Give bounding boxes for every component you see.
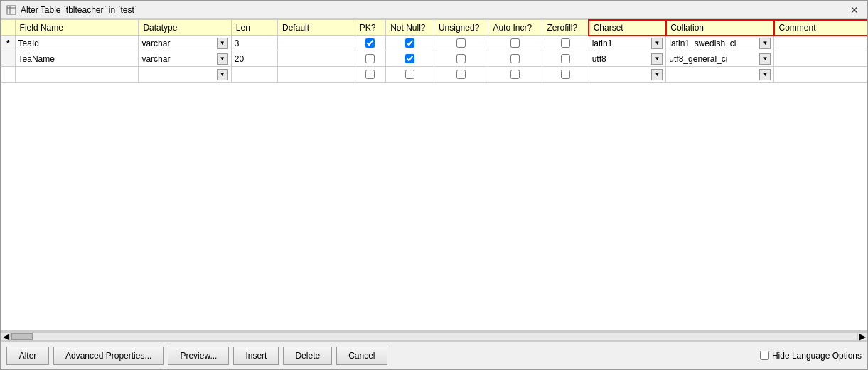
collation-input-1[interactable] xyxy=(669,38,758,48)
cell-default-3[interactable] xyxy=(278,67,355,83)
cell-charset-2[interactable]: ▼ xyxy=(589,51,666,67)
datatype-dropdown-1[interactable]: ▼ xyxy=(217,38,228,49)
hide-language-checkbox[interactable] xyxy=(760,351,769,360)
cancel-button[interactable]: Cancel xyxy=(336,347,387,365)
col-header-auto-incr: Auto Incr? xyxy=(488,20,542,36)
cell-field-name-1[interactable] xyxy=(15,36,139,51)
cell-datatype-2[interactable]: ▼ xyxy=(139,51,231,67)
window-title: Alter Table `tblteacher` in `test` xyxy=(21,5,137,15)
cell-collation-2[interactable]: ▼ xyxy=(666,51,774,67)
datatype-input-1[interactable] xyxy=(141,38,215,48)
horizontal-scrollbar[interactable]: ◀ ▶ xyxy=(1,331,867,341)
pk-checkbox-3[interactable] xyxy=(365,70,375,79)
cell-datatype-1[interactable]: ▼ xyxy=(139,36,231,51)
datatype-dropdown-3[interactable]: ▼ xyxy=(217,69,228,80)
charset-dropdown-2[interactable]: ▼ xyxy=(651,53,663,65)
preview-button[interactable]: Preview... xyxy=(168,347,229,365)
not-null-checkbox-2[interactable] xyxy=(405,54,414,63)
cell-charset-1[interactable]: ▼ xyxy=(589,36,666,51)
cell-zerofill-1[interactable] xyxy=(542,36,589,51)
pk-checkbox-2[interactable] xyxy=(365,54,375,63)
unsigned-checkbox-1[interactable] xyxy=(456,38,466,48)
cell-unsigned-1[interactable] xyxy=(434,36,488,51)
table-scroll-wrapper[interactable]: Field Name Datatype Len Default PK? Not … xyxy=(1,19,867,331)
cell-comment-2[interactable] xyxy=(774,51,867,67)
comment-input-2[interactable] xyxy=(777,54,864,64)
len-input-2[interactable] xyxy=(235,54,274,64)
cell-len-3[interactable] xyxy=(231,67,277,83)
cell-collation-3[interactable]: ▼ xyxy=(666,67,774,83)
cell-unsigned-2[interactable] xyxy=(434,51,488,67)
cell-len-1[interactable] xyxy=(231,36,277,51)
cell-not-null-3[interactable] xyxy=(386,67,434,83)
field-name-input-1[interactable] xyxy=(18,38,136,48)
col-header-unsigned: Unsigned? xyxy=(434,20,488,36)
collation-dropdown-3[interactable]: ▼ xyxy=(759,69,771,80)
advanced-properties-button[interactable]: Advanced Properties... xyxy=(53,347,164,365)
row-indicator-1: * xyxy=(1,36,16,51)
collation-input-3[interactable] xyxy=(669,70,758,80)
close-button[interactable]: ✕ xyxy=(847,3,862,17)
cell-pk-1[interactable] xyxy=(355,36,385,51)
cell-not-null-2[interactable] xyxy=(386,51,434,67)
scrollbar-track[interactable] xyxy=(11,332,857,341)
scroll-right-btn[interactable]: ▶ xyxy=(857,332,867,341)
cell-not-null-1[interactable] xyxy=(386,36,434,51)
not-null-checkbox-1[interactable] xyxy=(405,38,414,48)
cell-field-name-3[interactable] xyxy=(15,67,139,83)
datatype-dropdown-2[interactable]: ▼ xyxy=(217,53,228,65)
cell-pk-3[interactable] xyxy=(355,67,385,83)
zerofill-checkbox-3[interactable] xyxy=(561,70,570,79)
unsigned-checkbox-2[interactable] xyxy=(456,54,466,63)
datatype-input-3[interactable] xyxy=(141,70,215,80)
cell-charset-3[interactable]: ▼ xyxy=(589,67,666,83)
pk-checkbox-1[interactable] xyxy=(365,38,375,48)
charset-input-1[interactable] xyxy=(592,38,650,48)
col-header-zerofill: Zerofill? xyxy=(542,20,589,36)
charset-dropdown-1[interactable]: ▼ xyxy=(651,38,663,49)
auto-incr-checkbox-2[interactable] xyxy=(510,54,520,63)
charset-input-3[interactable] xyxy=(592,70,650,80)
cell-collation-1[interactable]: ▼ xyxy=(666,36,774,51)
cell-pk-2[interactable] xyxy=(355,51,385,67)
field-name-input-3[interactable] xyxy=(18,70,136,80)
cell-len-2[interactable] xyxy=(231,51,277,67)
len-input-1[interactable] xyxy=(235,38,274,48)
cell-auto-incr-2[interactable] xyxy=(488,51,542,67)
collation-dropdown-2[interactable]: ▼ xyxy=(759,53,771,65)
insert-button[interactable]: Insert xyxy=(233,347,279,365)
cell-auto-incr-3[interactable] xyxy=(488,67,542,83)
cell-auto-incr-1[interactable] xyxy=(488,36,542,51)
collation-input-2[interactable] xyxy=(669,54,758,64)
cell-default-2[interactable] xyxy=(278,51,355,67)
charset-dropdown-3[interactable]: ▼ xyxy=(651,69,663,80)
cell-comment-1[interactable] xyxy=(774,36,867,51)
charset-input-2[interactable] xyxy=(592,54,650,64)
cell-unsigned-3[interactable] xyxy=(434,67,488,83)
auto-incr-checkbox-3[interactable] xyxy=(510,70,520,79)
scroll-left-btn[interactable]: ◀ xyxy=(1,332,11,341)
col-header-collation: Collation xyxy=(666,20,774,36)
collation-dropdown-1[interactable]: ▼ xyxy=(759,38,771,49)
cell-field-name-2[interactable] xyxy=(15,51,139,67)
cell-default-1[interactable] xyxy=(278,36,355,51)
auto-incr-checkbox-1[interactable] xyxy=(510,38,520,48)
default-input-2[interactable] xyxy=(281,54,352,64)
col-header-charset: Charset xyxy=(589,20,666,36)
delete-button[interactable]: Delete xyxy=(283,347,332,365)
zerofill-checkbox-1[interactable] xyxy=(561,38,570,48)
cell-comment-3[interactable] xyxy=(774,67,867,83)
scrollbar-thumb[interactable] xyxy=(11,333,33,340)
field-name-input-2[interactable] xyxy=(18,54,136,64)
zerofill-checkbox-2[interactable] xyxy=(561,54,570,63)
cell-zerofill-2[interactable] xyxy=(542,51,589,67)
datatype-input-2[interactable] xyxy=(141,54,215,64)
default-input-1[interactable] xyxy=(281,38,352,48)
cell-datatype-3[interactable]: ▼ xyxy=(139,67,231,83)
hide-language-label[interactable]: Hide Language Options xyxy=(760,351,862,361)
cell-zerofill-3[interactable] xyxy=(542,67,589,83)
unsigned-checkbox-3[interactable] xyxy=(456,70,466,79)
alter-button[interactable]: Alter xyxy=(6,347,49,365)
comment-input-1[interactable] xyxy=(777,38,864,48)
not-null-checkbox-3[interactable] xyxy=(405,70,414,79)
